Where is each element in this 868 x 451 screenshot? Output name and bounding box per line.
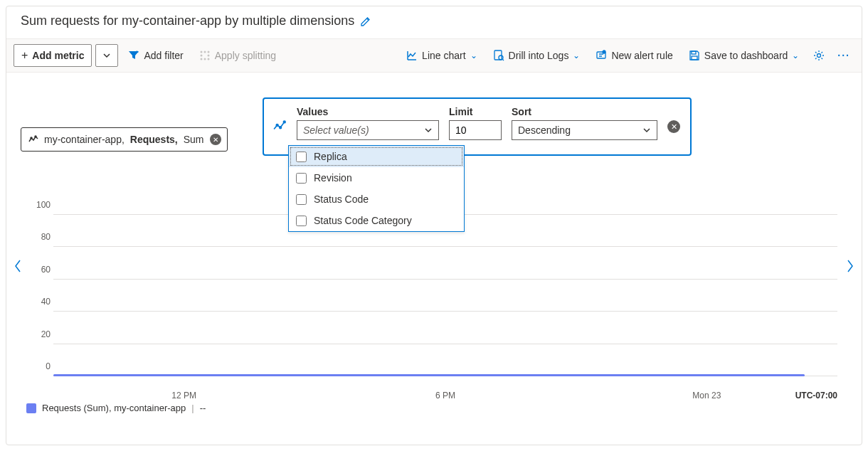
more-icon[interactable]: ··· xyxy=(833,50,854,61)
add-metric-button[interactable]: + Add metric xyxy=(14,44,92,67)
checkbox[interactable] xyxy=(296,173,307,184)
checkbox[interactable] xyxy=(296,216,307,226)
sort-select[interactable]: Descending xyxy=(512,120,657,140)
add-metric-chevron-button[interactable] xyxy=(95,44,118,67)
svg-point-3 xyxy=(207,51,209,53)
plus-icon: + xyxy=(21,49,28,62)
metrics-card: Sum requests for my-container-app by mul… xyxy=(6,6,862,445)
svg-point-18 xyxy=(276,124,278,127)
limit-input[interactable] xyxy=(449,120,502,140)
gridline xyxy=(53,311,837,312)
line-chart-icon xyxy=(406,50,418,61)
chart-type-label: Line chart xyxy=(422,50,465,61)
add-filter-label: Add filter xyxy=(144,50,183,61)
chevron-down-icon: ⌄ xyxy=(792,51,799,60)
values-label: Values xyxy=(297,106,439,117)
metric-name: Requests, xyxy=(130,134,178,145)
svg-point-6 xyxy=(200,58,202,60)
chart-title: Sum requests for my-container-app by mul… xyxy=(21,14,354,28)
option-label: Replica xyxy=(314,151,347,162)
gridline xyxy=(53,246,837,247)
edit-title-icon[interactable] xyxy=(360,16,371,27)
chevron-down-icon xyxy=(102,51,111,60)
x-tick: 6 PM xyxy=(314,391,576,400)
legend-value: -- xyxy=(200,403,206,413)
settings-icon[interactable] xyxy=(809,50,829,61)
values-option-revision[interactable]: Revision xyxy=(289,167,464,189)
chevron-down-icon: ⌄ xyxy=(470,51,477,60)
svg-point-2 xyxy=(203,51,206,53)
nav-left-icon[interactable] xyxy=(14,259,22,273)
y-tick: 100 xyxy=(32,200,51,210)
save-icon xyxy=(689,50,700,61)
new-alert-button[interactable]: New alert rule xyxy=(590,44,678,67)
svg-point-17 xyxy=(35,136,36,137)
gridline xyxy=(53,344,837,344)
gridline xyxy=(53,279,837,280)
legend-swatch xyxy=(26,403,36,413)
add-filter-button[interactable]: + Add filter xyxy=(122,44,189,67)
option-label: Revision xyxy=(314,172,352,184)
alert-icon xyxy=(596,50,607,61)
svg-point-1 xyxy=(200,51,202,53)
split-icon xyxy=(199,50,211,61)
values-option-status-code-category[interactable]: Status Code Category xyxy=(289,210,464,231)
svg-text:+: + xyxy=(135,50,139,55)
chevron-down-icon xyxy=(642,126,651,134)
add-metric-label: Add metric xyxy=(32,50,84,61)
svg-point-5 xyxy=(207,55,209,57)
new-alert-label: New alert rule xyxy=(611,50,672,61)
svg-point-16 xyxy=(31,137,32,139)
option-label: Status Code xyxy=(314,193,369,205)
legend-series: Requests (Sum), my-container-app xyxy=(42,403,186,413)
metric-series-icon xyxy=(28,134,38,144)
title-row: Sum requests for my-container-app by mul… xyxy=(6,6,862,38)
svg-point-19 xyxy=(280,127,282,129)
split-panel-icon xyxy=(272,106,287,146)
legend: Requests (Sum), my-container-app | -- xyxy=(26,403,206,413)
y-tick: 40 xyxy=(32,297,51,307)
y-tick: 80 xyxy=(32,232,51,242)
svg-rect-13 xyxy=(692,51,696,54)
limit-label: Limit xyxy=(449,106,502,117)
svg-point-15 xyxy=(817,54,821,58)
series-line xyxy=(53,374,805,376)
checkbox[interactable] xyxy=(296,152,307,162)
option-label: Status Code Category xyxy=(314,215,412,226)
svg-point-20 xyxy=(283,121,285,123)
nav-right-icon[interactable] xyxy=(846,259,854,273)
checkbox[interactable] xyxy=(296,194,307,205)
metric-scope: my-container-app, xyxy=(44,134,125,145)
save-dashboard-label: Save to dashboard xyxy=(704,50,788,61)
toolbar: + Add metric + Add filter Apply splittin… xyxy=(6,38,862,73)
sort-label: Sort xyxy=(512,106,657,117)
timezone-label: UTC-07:00 xyxy=(795,391,837,400)
x-axis: 12 PM6 PMMon 23 xyxy=(53,391,837,400)
values-select[interactable]: Select value(s) xyxy=(297,120,439,140)
filter-icon: + xyxy=(128,50,139,61)
values-option-status-code[interactable]: Status Code xyxy=(289,189,464,210)
y-tick: 0 xyxy=(32,361,51,371)
svg-rect-14 xyxy=(692,56,697,60)
values-option-replica[interactable]: Replica xyxy=(289,146,464,167)
close-panel-icon[interactable]: ✕ xyxy=(667,120,680,133)
apply-splitting-button: Apply splitting xyxy=(194,44,282,67)
save-dashboard-button[interactable]: Save to dashboard ⌄ xyxy=(683,44,805,67)
x-tick: 12 PM xyxy=(53,391,314,400)
drill-logs-label: Drill into Logs xyxy=(509,50,569,61)
chevron-down-icon: ⌄ xyxy=(573,51,580,60)
drill-logs-button[interactable]: Drill into Logs ⌄ xyxy=(487,44,586,67)
chart-type-button[interactable]: Line chart ⌄ xyxy=(401,44,482,67)
y-tick: 60 xyxy=(32,265,51,275)
sort-value: Descending xyxy=(518,124,571,136)
remove-metric-icon[interactable]: ✕ xyxy=(210,134,221,145)
logs-icon xyxy=(493,50,504,61)
svg-point-7 xyxy=(203,58,206,60)
metric-pill[interactable]: my-container-app, Requests, Sum ✕ xyxy=(21,127,228,152)
svg-point-12 xyxy=(603,51,605,53)
y-tick: 20 xyxy=(32,329,51,339)
legend-separator: | xyxy=(191,403,194,413)
svg-point-4 xyxy=(200,55,202,57)
chevron-down-icon xyxy=(424,126,433,134)
metric-aggregation: Sum xyxy=(184,134,204,145)
